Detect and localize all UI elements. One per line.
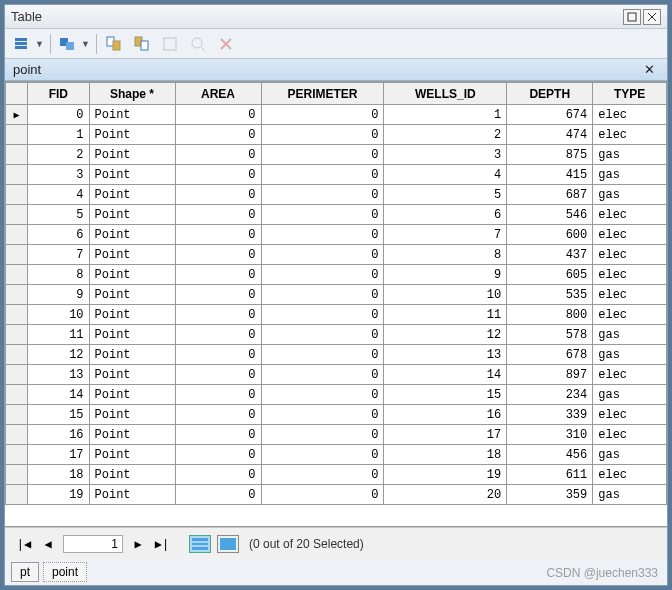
cell[interactable]: Point — [89, 405, 175, 425]
cell[interactable]: 1 — [384, 105, 507, 125]
cell[interactable]: 6 — [28, 225, 89, 245]
cell[interactable]: 0 — [175, 185, 261, 205]
cell[interactable]: Point — [89, 225, 175, 245]
delete-selected-button[interactable] — [215, 33, 237, 55]
cell[interactable]: 19 — [28, 485, 89, 505]
cell[interactable]: elec — [593, 245, 667, 265]
cell[interactable]: 0 — [261, 285, 384, 305]
cell[interactable]: 535 — [507, 285, 593, 305]
cell[interactable]: 16 — [384, 405, 507, 425]
cell[interactable]: 578 — [507, 325, 593, 345]
column-header[interactable]: FID — [28, 83, 89, 105]
table-row[interactable]: 15Point0016339elec — [6, 405, 667, 425]
maximize-button[interactable] — [623, 9, 641, 25]
cell[interactable]: elec — [593, 305, 667, 325]
row-selector[interactable] — [6, 205, 28, 225]
cell[interactable]: Point — [89, 125, 175, 145]
cell[interactable]: 0 — [175, 125, 261, 145]
cell[interactable]: Point — [89, 185, 175, 205]
cell[interactable]: 0 — [175, 485, 261, 505]
select-by-attributes-button[interactable] — [103, 33, 125, 55]
cell[interactable]: elec — [593, 365, 667, 385]
cell[interactable]: 0 — [261, 485, 384, 505]
cell[interactable]: 546 — [507, 205, 593, 225]
cell[interactable]: Point — [89, 105, 175, 125]
cell[interactable]: 0 — [175, 145, 261, 165]
cell[interactable]: 605 — [507, 265, 593, 285]
cell[interactable]: 2 — [384, 125, 507, 145]
cell[interactable]: 0 — [175, 405, 261, 425]
cell[interactable]: elec — [593, 225, 667, 245]
prev-record-button[interactable]: ◀ — [39, 535, 57, 553]
cell[interactable]: 0 — [261, 105, 384, 125]
first-record-button[interactable]: ∣◀ — [15, 535, 33, 553]
table-options-button[interactable] — [11, 33, 33, 55]
cell[interactable]: 5 — [384, 185, 507, 205]
cell[interactable]: 0 — [261, 145, 384, 165]
column-header[interactable]: DEPTH — [507, 83, 593, 105]
cell[interactable]: gas — [593, 145, 667, 165]
row-selector[interactable] — [6, 145, 28, 165]
cell[interactable]: Point — [89, 245, 175, 265]
cell[interactable]: 0 — [175, 425, 261, 445]
table-row[interactable]: 16Point0017310elec — [6, 425, 667, 445]
cell[interactable]: 339 — [507, 405, 593, 425]
show-selected-records-button[interactable] — [217, 535, 239, 553]
cell[interactable]: gas — [593, 485, 667, 505]
column-header[interactable]: WELLS_ID — [384, 83, 507, 105]
table-row[interactable]: 1Point002474elec — [6, 125, 667, 145]
cell[interactable]: 2 — [28, 145, 89, 165]
cell[interactable]: 0 — [261, 185, 384, 205]
row-selector[interactable] — [6, 405, 28, 425]
table-row[interactable]: 10Point0011800elec — [6, 305, 667, 325]
cell[interactable]: Point — [89, 345, 175, 365]
table-row[interactable]: ▶0Point001674elec — [6, 105, 667, 125]
row-selector-header[interactable] — [6, 83, 28, 105]
related-tables-button[interactable] — [57, 33, 79, 55]
table-row[interactable]: 11Point0012578gas — [6, 325, 667, 345]
table-row[interactable]: 2Point003875gas — [6, 145, 667, 165]
column-header[interactable]: AREA — [175, 83, 261, 105]
cell[interactable]: 3 — [384, 145, 507, 165]
cell[interactable]: 18 — [28, 465, 89, 485]
row-selector[interactable]: ▶ — [6, 105, 28, 125]
cell[interactable]: 687 — [507, 185, 593, 205]
cell[interactable]: 0 — [261, 405, 384, 425]
cell[interactable]: 0 — [261, 265, 384, 285]
cell[interactable]: 800 — [507, 305, 593, 325]
cell[interactable]: 16 — [28, 425, 89, 445]
cell[interactable]: 11 — [28, 325, 89, 345]
table-tab-point[interactable]: point — [43, 562, 87, 582]
cell[interactable]: 0 — [261, 385, 384, 405]
cell[interactable]: 437 — [507, 245, 593, 265]
cell[interactable]: 0 — [175, 345, 261, 365]
cell[interactable]: 15 — [28, 405, 89, 425]
cell[interactable]: Point — [89, 165, 175, 185]
row-selector[interactable] — [6, 165, 28, 185]
table-row[interactable]: 17Point0018456gas — [6, 445, 667, 465]
cell[interactable]: 0 — [175, 205, 261, 225]
cell[interactable]: 0 — [175, 325, 261, 345]
row-selector[interactable] — [6, 385, 28, 405]
row-selector[interactable] — [6, 285, 28, 305]
cell[interactable]: 7 — [28, 245, 89, 265]
cell[interactable]: 0 — [175, 465, 261, 485]
cell[interactable]: 474 — [507, 125, 593, 145]
cell[interactable]: 13 — [28, 365, 89, 385]
cell[interactable]: elec — [593, 405, 667, 425]
cell[interactable]: gas — [593, 165, 667, 185]
cell[interactable]: 19 — [384, 465, 507, 485]
cell[interactable]: 0 — [175, 285, 261, 305]
cell[interactable]: 611 — [507, 465, 593, 485]
show-all-records-button[interactable] — [189, 535, 211, 553]
switch-selection-button[interactable] — [131, 33, 153, 55]
row-selector[interactable] — [6, 245, 28, 265]
cell[interactable]: 8 — [28, 265, 89, 285]
cell[interactable]: Point — [89, 325, 175, 345]
cell[interactable]: 0 — [261, 445, 384, 465]
row-selector[interactable] — [6, 365, 28, 385]
cell[interactable]: elec — [593, 425, 667, 445]
cell[interactable]: 17 — [28, 445, 89, 465]
cell[interactable]: 0 — [175, 445, 261, 465]
cell[interactable]: Point — [89, 385, 175, 405]
